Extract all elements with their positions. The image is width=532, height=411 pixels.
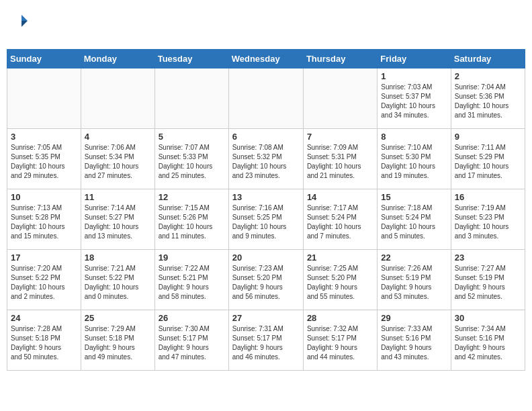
day-info: Sunrise: 7:16 AM Sunset: 5:25 PM Dayligh… xyxy=(232,203,300,241)
logo-icon xyxy=(14,13,29,28)
weekday-header-monday: Monday xyxy=(81,50,154,68)
calendar-cell: 3Sunrise: 7:05 AM Sunset: 5:35 PM Daylig… xyxy=(7,129,81,189)
calendar-table: SundayMondayTuesdayWednesdayThursdayFrid… xyxy=(7,49,525,371)
day-info: Sunrise: 7:20 AM Sunset: 5:22 PM Dayligh… xyxy=(11,264,77,302)
calendar-cell: 11Sunrise: 7:14 AM Sunset: 5:27 PM Dayli… xyxy=(81,189,154,250)
weekday-header-wednesday: Wednesday xyxy=(228,50,303,68)
day-info: Sunrise: 7:17 AM Sunset: 5:24 PM Dayligh… xyxy=(307,203,373,241)
calendar-cell: 8Sunrise: 7:10 AM Sunset: 5:30 PM Daylig… xyxy=(378,129,451,189)
day-number: 3 xyxy=(11,132,77,142)
day-number: 21 xyxy=(307,253,373,263)
day-info: Sunrise: 7:23 AM Sunset: 5:20 PM Dayligh… xyxy=(232,264,300,302)
day-number: 1 xyxy=(381,71,447,81)
calendar-cell: 7Sunrise: 7:09 AM Sunset: 5:31 PM Daylig… xyxy=(303,129,377,189)
day-number: 26 xyxy=(159,313,225,323)
calendar-cell: 25Sunrise: 7:29 AM Sunset: 5:18 PM Dayli… xyxy=(81,310,154,371)
day-number: 7 xyxy=(307,132,373,142)
calendar-cell: 26Sunrise: 7:30 AM Sunset: 5:17 PM Dayli… xyxy=(154,310,228,371)
day-info: Sunrise: 7:04 AM Sunset: 5:36 PM Dayligh… xyxy=(455,83,521,120)
day-info: Sunrise: 7:25 AM Sunset: 5:20 PM Dayligh… xyxy=(307,264,373,302)
calendar-cell: 2Sunrise: 7:04 AM Sunset: 5:36 PM Daylig… xyxy=(451,68,525,129)
calendar-week-3: 10Sunrise: 7:13 AM Sunset: 5:28 PM Dayli… xyxy=(7,189,525,250)
day-info: Sunrise: 7:34 AM Sunset: 5:16 PM Dayligh… xyxy=(455,324,521,362)
day-number: 19 xyxy=(159,253,225,263)
day-number: 22 xyxy=(381,253,447,263)
calendar-week-4: 17Sunrise: 7:20 AM Sunset: 5:22 PM Dayli… xyxy=(7,250,525,310)
calendar-cell: 28Sunrise: 7:32 AM Sunset: 5:17 PM Dayli… xyxy=(303,310,377,371)
calendar-cell xyxy=(81,68,154,129)
day-info: Sunrise: 7:15 AM Sunset: 5:26 PM Dayligh… xyxy=(159,203,225,241)
day-number: 23 xyxy=(455,253,521,263)
calendar-cell: 14Sunrise: 7:17 AM Sunset: 5:24 PM Dayli… xyxy=(303,189,377,250)
calendar-week-2: 3Sunrise: 7:05 AM Sunset: 5:35 PM Daylig… xyxy=(7,129,525,189)
day-info: Sunrise: 7:22 AM Sunset: 5:21 PM Dayligh… xyxy=(159,264,225,302)
calendar-cell: 10Sunrise: 7:13 AM Sunset: 5:28 PM Dayli… xyxy=(7,189,81,250)
weekday-header-sunday: Sunday xyxy=(7,50,81,68)
day-number: 9 xyxy=(455,132,521,142)
calendar-cell: 29Sunrise: 7:33 AM Sunset: 5:16 PM Dayli… xyxy=(378,310,451,371)
day-number: 8 xyxy=(381,132,447,142)
day-number: 25 xyxy=(85,313,151,323)
calendar-cell: 9Sunrise: 7:11 AM Sunset: 5:29 PM Daylig… xyxy=(451,129,525,189)
day-number: 13 xyxy=(232,192,300,202)
calendar-cell: 22Sunrise: 7:26 AM Sunset: 5:19 PM Dayli… xyxy=(378,250,451,310)
svg-marker-1 xyxy=(21,21,28,27)
day-number: 18 xyxy=(85,253,151,263)
calendar-cell xyxy=(303,68,377,129)
day-info: Sunrise: 7:26 AM Sunset: 5:19 PM Dayligh… xyxy=(381,264,447,302)
day-number: 14 xyxy=(307,192,373,202)
svg-marker-0 xyxy=(21,15,28,21)
calendar-cell: 30Sunrise: 7:34 AM Sunset: 5:16 PM Dayli… xyxy=(451,310,525,371)
day-info: Sunrise: 7:31 AM Sunset: 5:17 PM Dayligh… xyxy=(232,324,300,362)
calendar-cell: 1Sunrise: 7:03 AM Sunset: 5:37 PM Daylig… xyxy=(378,68,451,129)
day-info: Sunrise: 7:14 AM Sunset: 5:27 PM Dayligh… xyxy=(85,203,151,241)
calendar-cell: 12Sunrise: 7:15 AM Sunset: 5:26 PM Dayli… xyxy=(154,189,228,250)
weekday-header-friday: Friday xyxy=(378,50,451,68)
logo xyxy=(13,13,30,42)
day-info: Sunrise: 7:27 AM Sunset: 5:19 PM Dayligh… xyxy=(455,264,521,302)
day-number: 15 xyxy=(381,192,447,202)
day-number: 20 xyxy=(232,253,300,263)
calendar-cell: 13Sunrise: 7:16 AM Sunset: 5:25 PM Dayli… xyxy=(228,189,303,250)
day-info: Sunrise: 7:13 AM Sunset: 5:28 PM Dayligh… xyxy=(11,203,77,241)
day-number: 11 xyxy=(85,192,151,202)
calendar-header-row: SundayMondayTuesdayWednesdayThursdayFrid… xyxy=(7,50,525,68)
day-number: 29 xyxy=(381,313,447,323)
day-number: 27 xyxy=(232,313,300,323)
day-info: Sunrise: 7:28 AM Sunset: 5:18 PM Dayligh… xyxy=(11,324,77,362)
day-info: Sunrise: 7:06 AM Sunset: 5:34 PM Dayligh… xyxy=(85,143,151,181)
day-number: 17 xyxy=(11,253,77,263)
day-info: Sunrise: 7:19 AM Sunset: 5:23 PM Dayligh… xyxy=(455,203,521,241)
calendar-cell: 16Sunrise: 7:19 AM Sunset: 5:23 PM Dayli… xyxy=(451,189,525,250)
day-info: Sunrise: 7:03 AM Sunset: 5:37 PM Dayligh… xyxy=(381,83,447,120)
day-info: Sunrise: 7:21 AM Sunset: 5:22 PM Dayligh… xyxy=(85,264,151,302)
day-number: 16 xyxy=(455,192,521,202)
calendar-cell: 15Sunrise: 7:18 AM Sunset: 5:24 PM Dayli… xyxy=(378,189,451,250)
day-number: 28 xyxy=(307,313,373,323)
day-info: Sunrise: 7:07 AM Sunset: 5:33 PM Dayligh… xyxy=(159,143,225,181)
calendar-week-5: 24Sunrise: 7:28 AM Sunset: 5:18 PM Dayli… xyxy=(7,310,525,371)
calendar-cell: 27Sunrise: 7:31 AM Sunset: 5:17 PM Dayli… xyxy=(228,310,303,371)
calendar-cell: 24Sunrise: 7:28 AM Sunset: 5:18 PM Dayli… xyxy=(7,310,81,371)
day-info: Sunrise: 7:09 AM Sunset: 5:31 PM Dayligh… xyxy=(307,143,373,181)
calendar-week-1: 1Sunrise: 7:03 AM Sunset: 5:37 PM Daylig… xyxy=(7,68,525,129)
day-info: Sunrise: 7:08 AM Sunset: 5:32 PM Dayligh… xyxy=(232,143,300,181)
calendar-cell: 6Sunrise: 7:08 AM Sunset: 5:32 PM Daylig… xyxy=(228,129,303,189)
calendar-cell xyxy=(228,68,303,129)
day-number: 6 xyxy=(232,132,300,142)
day-number: 2 xyxy=(455,71,521,81)
day-number: 4 xyxy=(85,132,151,142)
calendar-cell: 5Sunrise: 7:07 AM Sunset: 5:33 PM Daylig… xyxy=(154,129,228,189)
calendar-cell xyxy=(7,68,81,129)
weekday-header-saturday: Saturday xyxy=(451,50,525,68)
day-info: Sunrise: 7:29 AM Sunset: 5:18 PM Dayligh… xyxy=(85,324,151,362)
calendar-cell: 20Sunrise: 7:23 AM Sunset: 5:20 PM Dayli… xyxy=(228,250,303,310)
weekday-header-thursday: Thursday xyxy=(303,50,377,68)
day-info: Sunrise: 7:10 AM Sunset: 5:30 PM Dayligh… xyxy=(381,143,447,181)
page-header xyxy=(7,7,525,46)
day-info: Sunrise: 7:33 AM Sunset: 5:16 PM Dayligh… xyxy=(381,324,447,362)
calendar-cell: 23Sunrise: 7:27 AM Sunset: 5:19 PM Dayli… xyxy=(451,250,525,310)
calendar-cell: 21Sunrise: 7:25 AM Sunset: 5:20 PM Dayli… xyxy=(303,250,377,310)
calendar-cell xyxy=(154,68,228,129)
day-number: 5 xyxy=(159,132,225,142)
